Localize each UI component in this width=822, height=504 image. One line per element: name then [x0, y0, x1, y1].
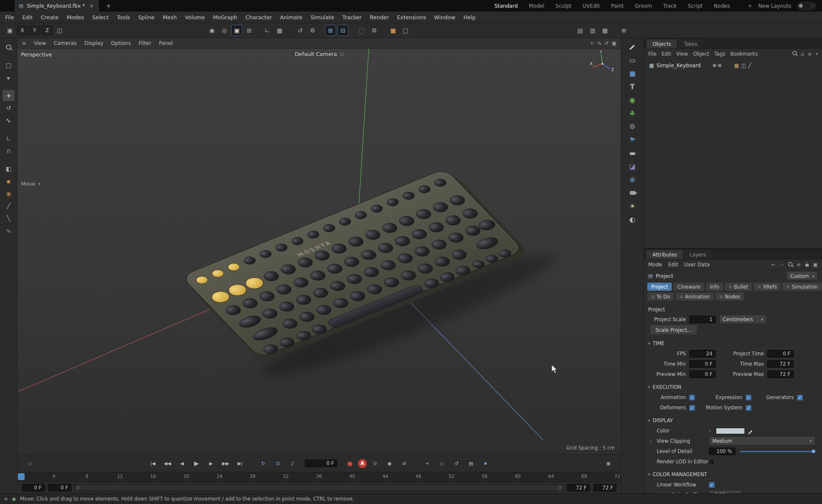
layout-track[interactable]: Track: [663, 3, 676, 9]
axis-x-lock-button[interactable]: X: [17, 25, 28, 36]
color-expand-icon[interactable]: ›: [709, 428, 716, 434]
close-tab-icon[interactable]: ×: [88, 3, 95, 9]
fps-field[interactable]: 24: [689, 350, 716, 358]
menu-window[interactable]: Window: [434, 14, 455, 21]
menu-select[interactable]: Select: [92, 14, 109, 21]
workplane-icon[interactable]: ◫: [54, 25, 65, 36]
scale-tool-icon[interactable]: ↔: [3, 115, 15, 126]
camera-settings-icon[interactable]: ◫: [340, 52, 343, 57]
knife-tool-icon[interactable]: ╱: [3, 200, 15, 212]
cat-tab-info[interactable]: Info: [706, 283, 723, 291]
preset-dropdown[interactable]: Custom ▾: [786, 272, 818, 280]
attr-list-icon[interactable]: ≡: [797, 262, 801, 268]
objects-menu-view[interactable]: View: [676, 51, 688, 57]
record-parameter-toggle[interactable]: ★: [479, 458, 492, 468]
sound-toggle[interactable]: ♪: [286, 458, 299, 468]
menu-spline[interactable]: Spline: [138, 14, 155, 21]
objects-menu-object[interactable]: Object: [693, 51, 709, 57]
visibility-toggles[interactable]: [713, 64, 721, 67]
cat-tab-cineware[interactable]: Cineware: [673, 283, 704, 291]
vegetation-icon[interactable]: ♣: [625, 107, 639, 119]
layout-panel-3-icon[interactable]: ▦: [599, 25, 611, 36]
camera-orbit-icon[interactable]: ↺: [605, 40, 609, 46]
interactive-render-icon[interactable]: ▣: [231, 25, 242, 36]
menu-modes[interactable]: Modes: [67, 14, 84, 21]
brush-tool-icon[interactable]: ◧: [3, 163, 15, 174]
snap-magnet-icon[interactable]: ∩: [3, 145, 15, 156]
status-menu-icon[interactable]: ≡: [4, 496, 8, 502]
preview-max-field[interactable]: 72 F: [767, 370, 794, 378]
snap-toggle-icon[interactable]: ⊞: [325, 25, 336, 36]
viewport-canvas[interactable]: MOSHTA: [18, 49, 621, 454]
layout-model[interactable]: Model: [529, 3, 544, 9]
objects-home-icon[interactable]: ⌂: [801, 51, 804, 57]
timeline-ruler[interactable]: 4 8 12 16 20 24 28 32 36 40 44 48 52 56 …: [18, 472, 621, 482]
rotate-tool-icon[interactable]: ↺: [3, 102, 15, 113]
object-name[interactable]: Simple_Keyboard: [656, 63, 700, 69]
tab-attributes[interactable]: Attributes: [646, 250, 683, 259]
preview-min-field[interactable]: 0 F: [689, 370, 716, 378]
layout-panel-1-icon[interactable]: ▤: [575, 25, 586, 36]
next-frame-button[interactable]: ▶: [205, 458, 217, 468]
objects-view-caret-icon[interactable]: ▾: [816, 52, 818, 56]
layout-paint[interactable]: Paint: [611, 3, 624, 9]
weight-tool-icon[interactable]: ◉: [3, 188, 15, 199]
attr-menu-userdata[interactable]: User Data: [684, 262, 710, 268]
objects-menu-edit[interactable]: Edit: [661, 51, 671, 57]
preview-start-field[interactable]: 0 F: [48, 484, 71, 492]
record-button[interactable]: ●: [343, 458, 356, 468]
lod-field[interactable]: 100 %: [709, 447, 736, 455]
keyframe-disabled-icon[interactable]: ⊘: [398, 458, 411, 468]
cat-tab-todo[interactable]: ⊙To Do: [647, 292, 674, 301]
deformers-checkbox[interactable]: ✓: [689, 405, 695, 411]
light-icon[interactable]: ☀: [625, 200, 639, 212]
viewport-menu-filter[interactable]: Filter: [138, 40, 151, 46]
menu-character[interactable]: Character: [245, 14, 272, 21]
lod-slider[interactable]: [740, 448, 815, 454]
project-time-field[interactable]: 0 F: [767, 350, 794, 358]
project-settings-icon[interactable]: ⚙: [369, 25, 380, 36]
viewport-zoom-tool-icon[interactable]: [3, 42, 15, 53]
tab-objects[interactable]: Objects: [646, 39, 677, 48]
move-tool-icon[interactable]: +: [3, 90, 15, 101]
layout-panel-2-icon[interactable]: ▥: [587, 25, 598, 36]
axis-tool-icon[interactable]: ∟: [3, 133, 15, 144]
time-collapse-icon[interactable]: ▾: [648, 341, 650, 346]
layout-groom[interactable]: Groom: [635, 3, 652, 9]
record-scale-toggle[interactable]: ◇: [435, 458, 448, 468]
viewport-menu-view[interactable]: View: [34, 40, 46, 46]
lod-slider-knob[interactable]: [811, 449, 816, 453]
attr-lock-icon[interactable]: [805, 262, 809, 268]
time-section-header[interactable]: ▾ TIME: [644, 339, 822, 349]
menu-tools[interactable]: Tools: [117, 14, 130, 21]
generators-checkbox[interactable]: ✓: [797, 395, 803, 400]
layout-script[interactable]: Script: [688, 3, 703, 9]
cat-tab-project[interactable]: Project: [647, 283, 672, 291]
timeline-expand-icon[interactable]: ▣: [602, 458, 615, 468]
cat-tab-bullet[interactable]: ⊙Bullet: [725, 283, 752, 291]
display-collapse-icon[interactable]: ▾: [648, 418, 650, 423]
simulation-sphere-icon[interactable]: ◉: [625, 94, 639, 106]
menu-create[interactable]: Create: [41, 14, 59, 21]
render-visibility-dot[interactable]: [718, 64, 721, 67]
spline-rectangle-icon[interactable]: ▭: [625, 54, 639, 66]
autokey-toggle[interactable]: A: [358, 459, 367, 468]
objects-filter-icon[interactable]: ≡: [808, 51, 812, 57]
display-section-header[interactable]: ▾ DISPLAY: [644, 416, 822, 426]
menu-mesh[interactable]: Mesh: [163, 14, 177, 21]
camera-pan-icon[interactable]: +: [590, 40, 594, 46]
cube-primitive-icon[interactable]: ■: [625, 67, 639, 80]
menu-tracker[interactable]: Tracker: [342, 14, 362, 21]
object-tree[interactable]: ▦ Simple_Keyboard ▩ ◫ ╱: [644, 59, 822, 248]
viewport-3d[interactable]: MOSHTA Perspective Default Camera ◫ Move…: [18, 49, 621, 454]
menu-help[interactable]: Help: [463, 14, 476, 21]
motion-system-checkbox[interactable]: ✓: [746, 405, 751, 411]
keyframe-selection-toggle[interactable]: ⊡: [271, 458, 284, 468]
time-min-field[interactable]: 0 F: [689, 360, 716, 368]
timeline-playhead[interactable]: [18, 473, 25, 480]
tab-takes[interactable]: Takes: [678, 39, 703, 48]
objects-search-icon[interactable]: [792, 51, 797, 57]
layout-uvedit[interactable]: UVEdit: [583, 3, 600, 9]
workplane-grid-icon[interactable]: ▦: [274, 25, 285, 36]
globe-icon[interactable]: ⊕: [625, 173, 639, 186]
